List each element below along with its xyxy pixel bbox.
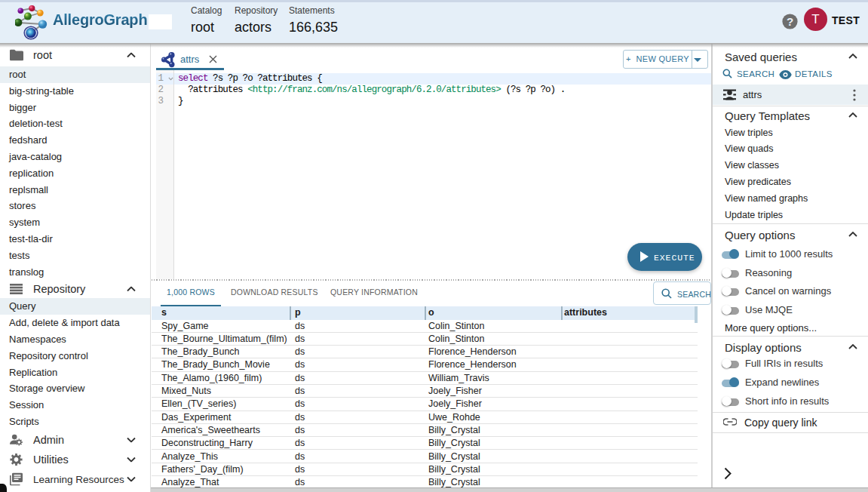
svg-text:?: ?	[787, 15, 793, 28]
